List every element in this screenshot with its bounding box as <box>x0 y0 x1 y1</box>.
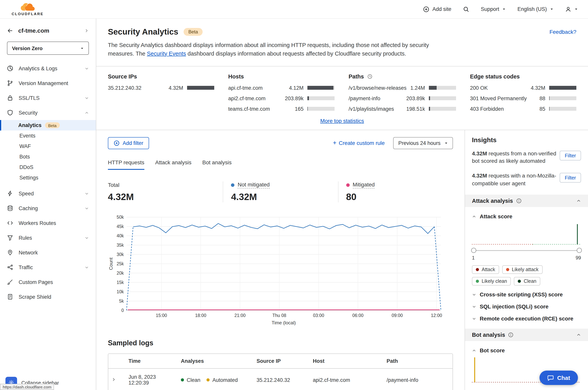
cell-time: Jun 8, 2023 12:20:39 <box>125 369 178 390</box>
attack-score-legend: AttackLikely attackLikely cleanClean <box>472 265 581 286</box>
info-icon[interactable] <box>508 332 514 338</box>
version-select[interactable]: Version Zero <box>7 42 89 55</box>
sidebar-item-security-bots[interactable]: Bots <box>0 151 96 162</box>
svg-text:Count: Count <box>108 257 114 270</box>
legend-chip-likely-attack[interactable]: Likely attack <box>502 265 543 274</box>
sidebar-item-label: Traffic <box>19 264 33 270</box>
cell-source-ip: 35.212.240.32 <box>253 372 310 388</box>
legend-chip-attack[interactable]: Attack <box>472 265 499 274</box>
sidebar-item-ssl-tls[interactable]: SSL/TLS <box>0 91 96 105</box>
security-events-link[interactable]: Security Events <box>147 50 186 57</box>
feedback-link[interactable]: Feedback? <box>549 29 576 35</box>
cloudflare-wordmark: CLOUDFLARE <box>12 12 44 16</box>
chevron-down-icon <box>550 7 553 11</box>
slider-handle-max[interactable] <box>577 248 582 253</box>
attack-analysis-section-header[interactable]: Attack analysis <box>465 195 588 207</box>
sidebar-item-workers-routes[interactable]: Workers Routes <box>0 216 96 230</box>
not-mitigated-label[interactable]: Not mitigated <box>238 181 270 188</box>
account-menu[interactable] <box>565 6 578 12</box>
stat-value: 198.51k <box>402 106 425 112</box>
sidebar-item-version-management[interactable]: Version Management <box>0 76 96 91</box>
sidebar-item-traffic[interactable]: Traffic <box>0 260 96 275</box>
bot-score-toggle[interactable]: Bot score <box>472 347 581 353</box>
sidebar-item-security-settings[interactable]: Settings <box>0 172 96 183</box>
code-icon <box>7 220 13 226</box>
sidebar-item-label: Scrape Shield <box>19 294 51 300</box>
sidebar-item-label: Workers Routes <box>19 220 56 226</box>
stat-bar <box>429 107 456 111</box>
sidebar-submenu-security: AnalyticsBetaEventsWAFBotsDDoSSettings <box>0 120 96 186</box>
sidebar-item-rules[interactable]: Rules <box>0 230 96 245</box>
svg-text:10k: 10k <box>117 289 124 294</box>
sidebar-item-network[interactable]: Network <box>0 245 96 260</box>
attack-score-toggle[interactable]: Attack score <box>472 213 581 219</box>
language-menu[interactable]: English (US) <box>517 6 553 12</box>
create-custom-rule-link[interactable]: + Create custom rule <box>333 140 385 146</box>
time-range-dropdown[interactable]: Previous 24 hours <box>393 137 453 149</box>
sidebar-item-custom-pages[interactable]: Custom Pages <box>0 275 96 290</box>
table-row[interactable]: Jun 8, 2023 12:20:39CleanAutomated35.212… <box>108 369 453 390</box>
slider-handle-min[interactable] <box>471 248 476 253</box>
stat-bar <box>429 96 456 100</box>
chevron-right-icon[interactable] <box>84 28 89 33</box>
sidebar-item-analytics-logs[interactable]: Analytics & Logs <box>0 61 96 76</box>
search-button[interactable] <box>463 6 469 12</box>
beta-badge: Beta <box>45 122 60 128</box>
sidebar-item-scrape-shield[interactable]: Scrape Shield <box>0 290 96 304</box>
sidebar-item-caching[interactable]: Caching <box>0 201 96 216</box>
tab-bot-analysis[interactable]: Bot analysis <box>202 159 232 170</box>
info-icon[interactable] <box>516 198 521 203</box>
insight-filter-button[interactable]: Filter <box>560 150 581 160</box>
svg-text:09:00: 09:00 <box>392 313 403 318</box>
stat-row: 301 Moved Permanently88 <box>470 95 576 101</box>
site-switcher[interactable]: cf-tme.com <box>0 23 96 38</box>
bot-analysis-section-header[interactable]: Bot analysis <box>465 329 588 341</box>
chat-button[interactable]: Chat <box>539 371 578 385</box>
sidebar-item-security-ddos[interactable]: DDoS <box>0 162 96 172</box>
history-clock-icon[interactable] <box>367 74 372 79</box>
analysis-dot <box>207 379 210 382</box>
stat-bar <box>429 86 456 90</box>
legend-chip-clean[interactable]: Clean <box>514 277 540 286</box>
sidebar-item-security-waf[interactable]: WAF <box>0 141 96 151</box>
tab-http-requests[interactable]: HTTP requests <box>108 159 144 170</box>
create-custom-rule-label: Create custom rule <box>339 140 385 146</box>
table-header-row: Time Analyses Source IP Host Path <box>108 354 453 369</box>
legend-chip-likely-clean[interactable]: Likely clean <box>472 277 511 286</box>
insights-title: Insights <box>472 136 581 144</box>
svg-text:45k: 45k <box>117 224 124 229</box>
cloudflare-logo[interactable]: CLOUDFLARE <box>12 2 44 16</box>
chevron-down-icon <box>574 7 578 11</box>
sidebar-item-security-events[interactable]: Events <box>0 131 96 141</box>
insight-item: 4.32M requests with a non-Mozilla-compat… <box>472 172 581 188</box>
document-icon <box>7 294 13 300</box>
collapsed-section-sql-injection-sqli-score[interactable]: SQL injection (SQLi) score <box>472 303 581 310</box>
mitigated-label[interactable]: Mitigated <box>353 181 375 188</box>
stat-value: 85 <box>536 106 545 112</box>
sidebar-item-security[interactable]: Security <box>0 105 96 120</box>
bot-analysis-title: Bot analysis <box>472 332 505 338</box>
range-max-label: 99 <box>576 255 581 261</box>
svg-text:40k: 40k <box>117 233 124 238</box>
sidebar-item-security-analytics[interactable]: AnalyticsBeta <box>0 120 96 131</box>
back-arrow-icon[interactable] <box>7 27 13 34</box>
collapsed-section-remote-code-execution-rce-score[interactable]: Remote code execution (RCE) score <box>472 315 581 322</box>
funnel-icon <box>7 235 13 241</box>
stat-value: 203.89k <box>281 95 303 101</box>
sidebar-subitem-label: WAF <box>19 143 31 149</box>
collapsed-section-cross-site-scripting-xss-score[interactable]: Cross-site scripting (XSS) score <box>472 291 581 297</box>
expand-row-chevron-icon[interactable] <box>108 372 125 388</box>
add-site-button[interactable]: Add site <box>423 6 451 12</box>
insight-filter-button[interactable]: Filter <box>560 173 581 183</box>
sidebar-item-speed[interactable]: Speed <box>0 186 96 201</box>
support-menu[interactable]: Support <box>481 6 506 12</box>
add-site-label: Add site <box>432 6 451 12</box>
add-filter-button[interactable]: Add filter <box>108 137 149 149</box>
page-description: The Security Analytics dashboard display… <box>108 41 446 66</box>
expand-column-header <box>108 357 125 365</box>
more-top-statistics-link[interactable]: More top statistics <box>320 117 364 124</box>
stat-bar <box>307 107 335 111</box>
stat-value: 165 <box>291 106 303 112</box>
stat-value: 4.12M <box>285 85 303 91</box>
tab-attack-analysis[interactable]: Attack analysis <box>155 159 192 170</box>
